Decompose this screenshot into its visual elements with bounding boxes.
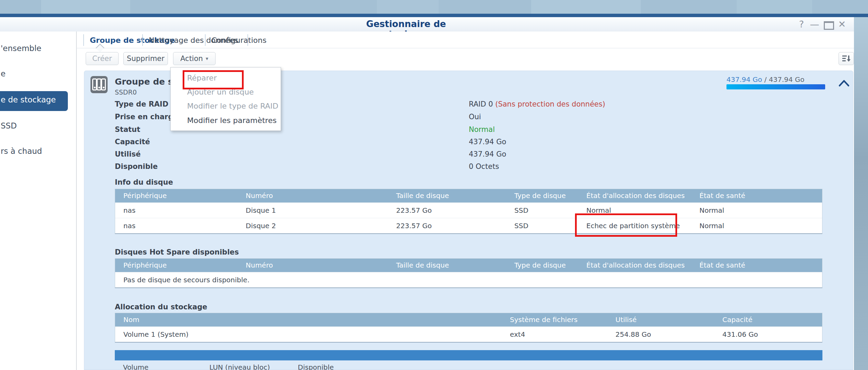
collapse-panel-button[interactable]	[838, 79, 850, 88]
disk-info-table: Périphérique Numéro Taille de disque Typ…	[115, 189, 822, 234]
sidebar-item-hot-spares[interactable]: rs à chaud	[0, 145, 74, 157]
usage-text: 437.94 Go / 437.94 Go	[726, 75, 805, 84]
col-device: Périphérique	[123, 259, 167, 272]
cell-type: SSD	[514, 218, 528, 233]
detail-value-available: 0 Octets	[469, 162, 499, 171]
storage-pool-icon	[90, 76, 108, 93]
create-button[interactable]: Créer	[86, 52, 119, 65]
col-allocation: État d'allocation des disques	[586, 259, 685, 272]
col-health: État de santé	[699, 259, 745, 272]
detail-label-status: Statut	[115, 125, 140, 134]
menu-item-repair[interactable]: Réparer	[171, 71, 281, 85]
tab-underline	[76, 48, 854, 48]
cell-device: nas	[123, 203, 135, 218]
desktop-texture	[377, 0, 439, 14]
detail-value-status: Normal	[469, 125, 495, 134]
cell-type: SSD	[514, 203, 528, 218]
hot-spare-table: Périphérique Numéro Taille de disque Typ…	[115, 258, 822, 288]
col-filesystem: Système de fichiers	[510, 313, 577, 326]
legend-lun: LUN (niveau bloc)	[209, 363, 270, 370]
cell-number: Disque 1	[246, 203, 276, 218]
table-row-volume-1[interactable]: Volume 1 (System) ext4 254.88 Go 431.06 …	[115, 326, 822, 342]
action-menu: Réparer Ajouter un disque Modifier le ty…	[170, 67, 281, 131]
tab-separator	[247, 34, 248, 46]
usage-total: 437.94 Go	[769, 75, 805, 84]
maximize-icon[interactable]	[824, 21, 834, 30]
col-size: Taille de disque	[396, 259, 449, 272]
tab-separator	[205, 34, 206, 46]
sort-button[interactable]	[839, 52, 854, 65]
hot-spare-empty-row: Pas de disque de secours disponible.	[115, 272, 822, 287]
cell-size: 223.57 Go	[396, 203, 432, 218]
menu-item-change-raid-type[interactable]: Modifier le type de RAID	[171, 99, 281, 113]
cell-device: nas	[123, 218, 135, 233]
help-icon[interactable]: ?	[796, 18, 807, 30]
section-title-allocation: Allocation du stockage	[115, 303, 207, 311]
minimize-icon[interactable]: —	[809, 18, 820, 30]
col-capacity: Capacité	[722, 313, 753, 326]
cell-health-status: Normal	[699, 218, 724, 233]
menu-item-add-disk[interactable]: Ajouter un disque	[171, 85, 281, 99]
legend-volume: Volume	[123, 363, 148, 370]
sidebar-item-storage-pool-label: e de stockage	[1, 95, 56, 104]
tab-separator	[83, 34, 84, 46]
col-type: Type de disque	[514, 259, 566, 272]
table-row-disk-2[interactable]: nas Disque 2 223.57 Go SSD Echec de part…	[115, 218, 822, 233]
legend-available: Disponible	[298, 363, 334, 370]
table-row-disk-1[interactable]: nas Disque 1 223.57 Go SSD Normal Normal	[115, 202, 822, 218]
sidebar-divider	[76, 32, 77, 370]
allocation-table-header: Nom Système de fichiers Utilisé Capacité	[115, 313, 822, 326]
detail-label-available: Disponible	[115, 162, 158, 171]
detail-value-raid-type: RAID 0 (Sans protection des données)	[469, 99, 605, 109]
cell-allocation-status-error: Echec de partition système	[586, 218, 680, 233]
cell-size: 223.57 Go	[396, 218, 432, 233]
hot-spare-table-header: Périphérique Numéro Taille de disque Typ…	[115, 259, 822, 272]
allocation-table: Nom Système de fichiers Utilisé Capacité…	[115, 313, 822, 343]
action-button-label: Action	[180, 54, 203, 63]
detail-value-capacity: 437.94 Go	[469, 137, 506, 147]
storage-pool-subtitle: SSDR0	[115, 88, 137, 96]
desktop-texture	[737, 0, 812, 14]
empty-message: Pas de disque de secours disponible.	[123, 272, 249, 287]
disk-info-table-header: Périphérique Numéro Taille de disque Typ…	[115, 189, 822, 202]
col-allocation: État d'allocation des disques	[586, 189, 685, 202]
sidebar-item-volume[interactable]: e	[0, 68, 74, 79]
cell-filesystem: ext4	[510, 327, 525, 342]
sort-descending-icon	[842, 54, 851, 63]
usage-used: 437.94 Go	[726, 75, 762, 84]
close-icon[interactable]: ✕	[836, 18, 848, 30]
col-health: État de santé	[699, 189, 745, 202]
window-top-border	[0, 14, 868, 17]
col-used: Utilisé	[615, 313, 637, 326]
delete-button[interactable]: Supprimer	[123, 52, 168, 65]
section-title-disk-info: Info du disque	[115, 178, 173, 186]
desktop-background-right	[854, 17, 868, 370]
detail-label-used: Utilisé	[115, 149, 140, 159]
section-title-hot-spare: Disques Hot Spare disponibles	[115, 248, 239, 256]
cell-used: 254.88 Go	[615, 327, 651, 342]
usage-progress-bar	[726, 84, 825, 89]
allocation-usage-bar	[115, 350, 822, 360]
tab-separator	[142, 34, 143, 46]
detail-label-capacity: Capacité	[115, 137, 150, 147]
menu-item-edit-settings[interactable]: Modifier les paramètres	[171, 113, 281, 127]
action-button[interactable]: Action▾	[173, 52, 216, 65]
col-number: Numéro	[246, 259, 273, 272]
desktop-texture	[531, 0, 641, 14]
cell-capacity: 431.06 Go	[722, 327, 758, 342]
sidebar-item-overview[interactable]: 'ensemble	[0, 42, 74, 54]
detail-label-support: Prise en charge	[115, 112, 178, 122]
chevron-down-icon: ▾	[206, 56, 208, 62]
usage-separator: /	[762, 75, 769, 84]
tab-configurations[interactable]: Configurations	[211, 35, 267, 46]
col-size: Taille de disque	[396, 189, 449, 202]
raid-type-warning: (Sans protection des données)	[495, 100, 605, 108]
detail-value-support: Oui	[469, 112, 481, 122]
col-type: Type de disque	[514, 189, 566, 202]
cell-health-status: Normal	[699, 203, 724, 218]
desktop-texture	[41, 0, 130, 14]
cell-allocation-status: Normal	[586, 203, 611, 218]
sidebar-item-ssd-cache[interactable]: SSD	[0, 120, 74, 132]
col-name: Nom	[123, 313, 139, 326]
detail-value-used: 437.94 Go	[469, 149, 506, 159]
